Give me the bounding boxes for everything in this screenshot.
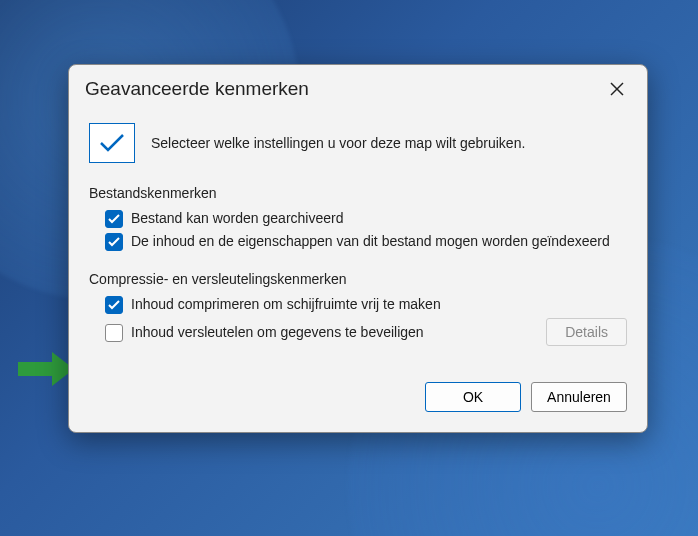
- compress-encrypt-label: Compressie- en versleutelingskenmerken: [89, 271, 627, 287]
- archive-checkbox[interactable]: [105, 210, 123, 228]
- dialog-title: Geavanceerde kenmerken: [85, 78, 309, 100]
- encrypt-label: Inhoud versleutelen om gegevens te bevei…: [131, 324, 538, 340]
- file-attributes-label: Bestandskenmerken: [89, 185, 627, 201]
- compress-checkbox[interactable]: [105, 296, 123, 314]
- prompt-text: Selecteer welke instellingen u voor deze…: [151, 135, 525, 151]
- archive-label: Bestand kan worden gearchiveerd: [131, 209, 627, 228]
- close-button[interactable]: [603, 75, 631, 103]
- compress-label: Inhoud comprimeren om schijfruimte vrij …: [131, 295, 627, 314]
- advanced-attributes-dialog: Geavanceerde kenmerken Selecteer welke i…: [68, 64, 648, 433]
- index-label: De inhoud en de eigenschappen van dit be…: [131, 232, 627, 251]
- svg-marker-0: [18, 352, 74, 386]
- encrypt-checkbox[interactable]: [105, 324, 123, 342]
- dialog-footer: OK Annuleren: [69, 366, 647, 432]
- index-checkbox[interactable]: [105, 233, 123, 251]
- ok-button[interactable]: OK: [425, 382, 521, 412]
- highlight-arrow: [18, 352, 74, 386]
- titlebar: Geavanceerde kenmerken: [69, 65, 647, 109]
- dialog-body: Selecteer welke instellingen u voor deze…: [69, 109, 647, 366]
- checkmark-icon: [89, 123, 135, 163]
- cancel-button[interactable]: Annuleren: [531, 382, 627, 412]
- details-button[interactable]: Details: [546, 318, 627, 346]
